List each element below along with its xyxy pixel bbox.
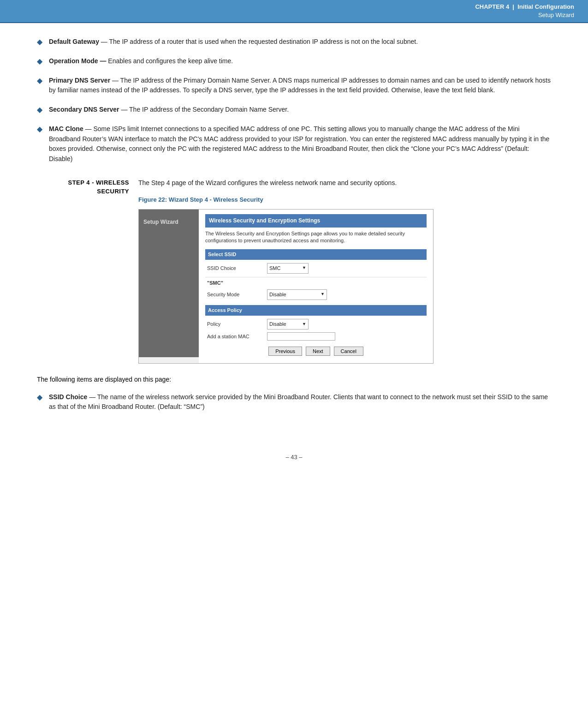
bullet-diamond-icon-5: ◆ <box>37 125 42 133</box>
main-content: ◆ Default Gateway — The IP address of a … <box>0 23 588 435</box>
sep-default-gateway: — <box>101 38 109 45</box>
bullet-text-default-gateway: Default Gateway — The IP address of a ro… <box>49 37 418 47</box>
bullet-text-operation-mode: Operation Mode — Enables and configures … <box>49 56 233 66</box>
desc-primary-dns: The IP address of the Primary Domain Nam… <box>49 77 551 94</box>
next-button[interactable]: Next <box>306 347 330 356</box>
figure-caption: Figure 22: Wizard Step 4 - Wireless Secu… <box>138 195 551 204</box>
screenshot-wrapper: Setup Wizard Wireless Security and Encry… <box>139 210 433 363</box>
bullet-item-secondary-dns: ◆ Secondary DNS Server — The IP address … <box>37 105 551 115</box>
sep-ssid-choice: — <box>89 393 97 401</box>
step4-description: The Step 4 page of the Wizard configures… <box>138 179 397 186</box>
header-chapter: CHAPTER 4 | Initial Configuration <box>475 3 574 11</box>
ss-ssid-value: SMC <box>269 264 280 272</box>
bullet-diamond-icon-4: ◆ <box>37 105 42 114</box>
ss-security-mode-label: Security Mode <box>207 291 267 299</box>
chevron-down-icon-3: ▼ <box>302 321 306 328</box>
sidebar-title: Setup Wizard <box>143 218 194 227</box>
bullet-diamond-icon: ◆ <box>37 37 42 46</box>
bullet-text-secondary-dns: Secondary DNS Server — The IP address of… <box>49 105 289 115</box>
ss-add-station-input[interactable] <box>267 332 335 341</box>
page-header: CHAPTER 4 | Initial Configuration Setup … <box>0 0 588 23</box>
following-intro: The following items are displayed on thi… <box>37 375 551 385</box>
ss-policy-select[interactable]: Disable ▼ <box>267 319 309 330</box>
desc-ssid-choice: The name of the wireless network service… <box>49 393 548 411</box>
term-operation-mode: Operation Mode — <box>49 57 106 65</box>
ss-security-mode-value: Disable <box>269 291 286 299</box>
sep-mac-clone: — <box>85 125 94 132</box>
header-section1: Initial Configuration <box>517 3 574 10</box>
ss-ssid-label: SSID Choice <box>207 264 267 272</box>
ss-security-mode-select[interactable]: Disable ▼ <box>267 289 327 300</box>
bullet-item-operation-mode: ◆ Operation Mode — Enables and configure… <box>37 56 551 66</box>
ss-ssid-row: SSID Choice SMC ▼ <box>205 262 427 275</box>
chevron-down-icon: ▼ <box>302 265 306 271</box>
step4-content: The Step 4 page of the Wizard configures… <box>138 178 551 364</box>
ss-ssid-select[interactable]: SMC ▼ <box>267 263 309 274</box>
previous-button[interactable]: Previous <box>268 347 302 356</box>
desc-default-gateway: The IP address of a router that is used … <box>109 38 418 45</box>
desc-secondary-dns: The IP address of the Secondary Domain N… <box>129 106 289 113</box>
step4-label-text: Step 4 - WirelessSecurity <box>68 179 129 195</box>
desc-mac-clone: Some ISPs limit Internet connections to … <box>49 125 549 162</box>
screenshot-main: Wireless Security and Encryption Setting… <box>199 210 433 363</box>
ss-add-station-label: Add a station MAC <box>207 333 267 341</box>
term-mac-clone: MAC Clone <box>49 125 83 132</box>
ss-policy-value: Disable <box>269 320 286 328</box>
bullet-item-mac-clone: ◆ MAC Clone — Some ISPs limit Internet c… <box>37 124 551 164</box>
chevron-down-icon-2: ▼ <box>321 291 325 298</box>
term-default-gateway: Default Gateway <box>49 38 99 45</box>
bullet-item-ssid-choice: ◆ SSID Choice — The name of the wireless… <box>37 392 551 412</box>
page-number: – 43 – <box>285 454 302 461</box>
chapter-label: CHAPTER 4 <box>475 3 509 10</box>
screenshot-container: Setup Wizard Wireless Security and Encry… <box>138 209 434 364</box>
desc-operation-mode-text: Enables and configures the keep alive ti… <box>108 57 233 65</box>
cancel-button[interactable]: Cancel <box>334 347 363 356</box>
bullet-text-primary-dns: Primary DNS Server — The IP address of t… <box>49 76 551 96</box>
bullet-list: ◆ Default Gateway — The IP address of a … <box>37 37 551 164</box>
ss-main-desc: The Wireless Security and Encryption Set… <box>205 230 427 245</box>
ss-select-ssid-header: Select SSID <box>205 249 427 260</box>
bullet-text-mac-clone: MAC Clone — Some ISPs limit Internet con… <box>49 124 551 164</box>
page-footer: – 43 – <box>0 454 588 470</box>
step4-label: Step 4 - WirelessSecurity <box>37 178 138 196</box>
bullet-diamond-icon-2: ◆ <box>37 57 42 66</box>
screenshot-sidebar: Setup Wizard <box>139 210 199 357</box>
bullet-diamond-icon-3: ◆ <box>37 76 42 85</box>
term-secondary-dns: Secondary DNS Server <box>49 106 119 113</box>
ss-policy-label: Policy <box>207 320 267 328</box>
sep-secondary-dns: — <box>121 106 129 113</box>
term-primary-dns: Primary DNS Server <box>49 77 110 84</box>
ss-access-policy-header: Access Policy <box>205 305 427 316</box>
following-section: The following items are displayed on thi… <box>37 375 551 412</box>
ss-add-station-row: Add a station MAC <box>205 331 427 342</box>
bullet-item-default-gateway: ◆ Default Gateway — The IP address of a … <box>37 37 551 47</box>
bullet-diamond-icon-6: ◆ <box>37 393 42 401</box>
term-ssid-choice: SSID Choice <box>49 393 87 401</box>
ss-smc-quote: "SMC" <box>205 277 427 288</box>
ss-main-title: Wireless Security and Encryption Setting… <box>205 214 427 228</box>
ss-policy-row: Policy Disable ▼ <box>205 318 427 331</box>
sep-primary-dns: — <box>112 77 120 84</box>
header-section2: Setup Wizard <box>475 11 574 19</box>
ss-button-row: Previous Next Cancel <box>205 342 427 359</box>
ss-security-mode-row: Security Mode Disable ▼ <box>205 288 427 301</box>
header-right: CHAPTER 4 | Initial Configuration Setup … <box>475 3 574 19</box>
bullet-item-primary-dns: ◆ Primary DNS Server — The IP address of… <box>37 76 551 96</box>
step4-section: Step 4 - WirelessSecurity The Step 4 pag… <box>37 178 551 364</box>
bullet-text-ssid-choice: SSID Choice — The name of the wireless n… <box>49 392 551 412</box>
